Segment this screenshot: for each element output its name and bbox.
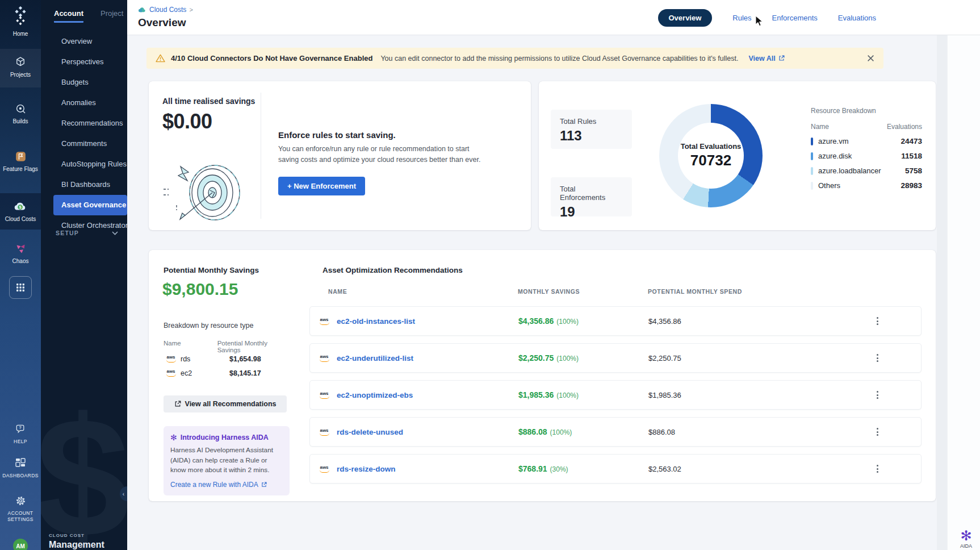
chaos-icon bbox=[0, 241, 41, 256]
external-link-icon bbox=[778, 55, 785, 61]
sidebar-item-overview[interactable]: Overview bbox=[41, 31, 127, 52]
recommendation-link[interactable]: ec2-old-instances-list bbox=[337, 317, 415, 326]
recommendations-table-title: Asset Optimization Recommendations bbox=[323, 266, 463, 274]
aws-icon: aws bbox=[317, 464, 332, 474]
tab-account[interactable]: Account bbox=[54, 9, 83, 23]
breakdown-title: Breakdown by resource type bbox=[164, 322, 253, 330]
breakdown-value: $8,145.17 bbox=[229, 369, 261, 377]
legend-row: azure.vm 24473 bbox=[811, 137, 922, 145]
recommendations-table: NAME MONTHLY SAVINGS POTENTIAL MONTHLY S… bbox=[309, 284, 922, 484]
rail-item-help[interactable]: ? HELP bbox=[0, 422, 41, 445]
rail-item-feature-flags[interactable]: Feature Flags bbox=[0, 149, 41, 172]
aida-launcher-button[interactable]: ✻ AIDA bbox=[960, 529, 972, 549]
sidebar-item-commitments[interactable]: Commitments bbox=[41, 134, 127, 154]
apps-grid-button[interactable] bbox=[9, 276, 32, 299]
legend-chip bbox=[811, 167, 813, 175]
potential-savings-title: Potential Monthly Savings bbox=[164, 266, 259, 274]
legend-value: 24473 bbox=[901, 137, 922, 145]
page-title: Overview bbox=[138, 16, 186, 29]
rail-item-cloud-costs[interactable]: $ Cloud Costs bbox=[0, 199, 41, 222]
legend-chip bbox=[811, 138, 813, 145]
col-header-name: NAME bbox=[328, 288, 518, 295]
sidebar-item-recommendations[interactable]: Recommendations bbox=[41, 113, 127, 134]
cloud-costs-sidebar: Account Project Overview Perspectives Bu… bbox=[41, 0, 127, 550]
user-avatar[interactable]: AM bbox=[13, 539, 28, 550]
setup-section-toggle[interactable]: SETUP bbox=[56, 230, 118, 236]
banner-view-all-link[interactable]: View All bbox=[748, 55, 784, 63]
rail-item-dashboards[interactable]: DASHBOARDS bbox=[0, 456, 41, 479]
total-enforcements-label: Total Enforcements bbox=[560, 185, 623, 202]
recommendation-link[interactable]: rds-delete-unused bbox=[337, 428, 403, 436]
sidebar-collapse-handle[interactable]: ‹ bbox=[120, 486, 127, 501]
tab-enforcements[interactable]: Enforcements bbox=[772, 14, 818, 22]
recommendations-table-header: NAME MONTHLY SAVINGS POTENTIAL MONTHLY S… bbox=[309, 284, 922, 299]
module-rail: Home Projects Builds Feature Flags $ Clo… bbox=[0, 0, 41, 550]
chevron-down-icon bbox=[112, 231, 118, 235]
row-menu-button[interactable] bbox=[872, 426, 883, 438]
legend-row: azure.loadbalancer 5758 bbox=[811, 166, 922, 175]
sidebar-item-anomalies[interactable]: Anomalies bbox=[41, 93, 127, 113]
tab-overview[interactable]: Overview bbox=[658, 9, 713, 27]
recommendation-link[interactable]: ec2-underutilized-list bbox=[337, 354, 413, 363]
sidebar-item-autostopping-rules[interactable]: AutoStopping Rules bbox=[41, 154, 127, 174]
rail-item-chaos[interactable]: Chaos bbox=[0, 241, 41, 264]
main-content: Cloud Costs > Overview Overview Rules En… bbox=[127, 0, 980, 550]
recommendations-card: Potential Monthly Savings $9,800.15 Brea… bbox=[149, 250, 936, 501]
aws-icon: aws bbox=[317, 390, 332, 401]
legend-row: azure.disk 11518 bbox=[811, 152, 922, 160]
rail-item-home[interactable]: Home bbox=[0, 14, 41, 37]
breakdown-value: $1,654.98 bbox=[229, 355, 261, 363]
breakdown-row: aws rds $1,654.98 bbox=[164, 353, 291, 364]
create-rule-with-aida-link[interactable]: Create a new Rule with AIDA bbox=[170, 481, 283, 489]
table-row: aws ec2-underutilized-list $2,250.75(100… bbox=[309, 343, 922, 373]
legend-name: azure.loadbalancer bbox=[818, 166, 881, 175]
legend-value: 11518 bbox=[901, 152, 922, 160]
tab-evaluations[interactable]: Evaluations bbox=[838, 14, 876, 22]
tab-rules[interactable]: Rules bbox=[732, 14, 751, 22]
apps-grid-icon bbox=[16, 283, 25, 292]
banner-close-button[interactable] bbox=[867, 55, 874, 62]
legend-col-evaluations: Evaluations bbox=[887, 123, 922, 131]
builds-icon bbox=[0, 101, 41, 116]
enforce-heading: Enforce rules to start saving. bbox=[278, 130, 396, 140]
recommendation-link[interactable]: rds-resize-down bbox=[337, 465, 396, 473]
recommendation-link[interactable]: ec2-unoptimized-ebs bbox=[337, 391, 413, 399]
sidebar-item-budgets[interactable]: Budgets bbox=[41, 72, 127, 93]
breakdown-header: Name Potential Monthly Savings bbox=[164, 340, 291, 353]
aida-flower-icon: ✻ bbox=[170, 434, 177, 441]
sidebar-item-perspectives[interactable]: Perspectives bbox=[41, 52, 127, 72]
rail-item-builds[interactable]: Builds bbox=[0, 101, 41, 124]
view-all-recommendations-button[interactable]: View all Recommendations bbox=[164, 395, 287, 413]
realised-savings-value: $0.00 bbox=[162, 110, 212, 134]
scope-tabs: Account Project bbox=[54, 9, 123, 23]
right-margin-strip bbox=[947, 0, 980, 550]
total-rules-label: Total Rules bbox=[560, 117, 623, 126]
sidebar-menu: Overview Perspectives Budgets Anomalies … bbox=[41, 31, 127, 236]
legend-name: azure.vm bbox=[818, 137, 848, 145]
rail-item-label: DASHBOARDS bbox=[0, 473, 41, 479]
savings-percent: (30%) bbox=[550, 465, 568, 473]
sidebar-item-asset-governance[interactable]: Asset Governance bbox=[53, 195, 127, 215]
donut-center-label: Total Evaluations bbox=[681, 142, 742, 151]
rail-item-account-settings[interactable]: ACCOUNT SETTINGS bbox=[0, 493, 41, 523]
create-rule-with-aida-label: Create a new Rule with AIDA bbox=[170, 481, 258, 489]
row-menu-button[interactable] bbox=[872, 315, 883, 327]
governance-tabs: Overview Rules Enforcements Evaluations bbox=[658, 9, 877, 27]
external-link-icon bbox=[261, 482, 267, 488]
new-enforcement-button[interactable]: + New Enforcement bbox=[278, 177, 365, 195]
legend-value: 5758 bbox=[905, 166, 922, 175]
legend-chip bbox=[811, 152, 813, 160]
row-menu-button[interactable] bbox=[872, 352, 883, 364]
banner-title: 4/10 Cloud Connectors Do Not Have Govern… bbox=[171, 54, 372, 63]
banner-message: You can edit connector to add the missin… bbox=[380, 55, 738, 63]
tab-project[interactable]: Project bbox=[100, 9, 123, 23]
row-menu-button[interactable] bbox=[872, 389, 883, 401]
table-row: aws ec2-unoptimized-ebs $1,985.36(100%) … bbox=[309, 380, 922, 410]
row-menu-button[interactable] bbox=[872, 463, 883, 475]
rail-item-projects[interactable]: Projects bbox=[0, 55, 41, 78]
aida-promo-title: Introducing Harness AIDA bbox=[181, 434, 269, 441]
potential-spend-value: $1,985.36 bbox=[648, 391, 872, 399]
scrollbar[interactable] bbox=[937, 35, 947, 550]
breadcrumb-cloud-costs-link[interactable]: Cloud Costs bbox=[149, 6, 186, 14]
sidebar-item-bi-dashboards[interactable]: BI Dashboards bbox=[41, 174, 127, 195]
